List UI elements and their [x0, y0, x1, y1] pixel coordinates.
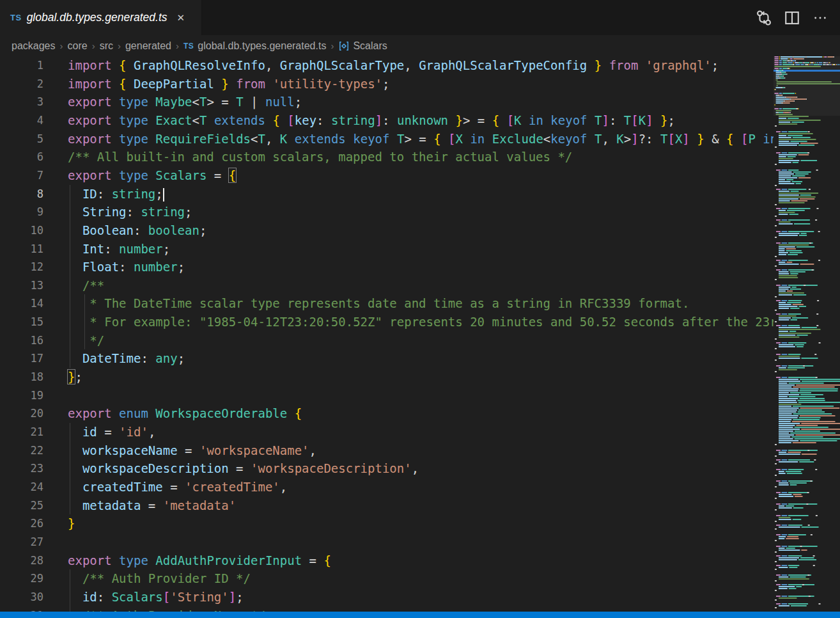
tab-bar: TS global.db.types.generated.ts ✕: [0, 0, 840, 35]
line-number-19[interactable]: 19: [0, 386, 43, 405]
line-number-5[interactable]: 5: [0, 130, 43, 148]
breadcrumb-symbol-label: Scalars: [353, 40, 387, 52]
code-line-12[interactable]: 12 Float: number;: [0, 258, 774, 276]
line-number-16[interactable]: 16: [0, 331, 43, 350]
code-line-30[interactable]: 30 id: Scalars['String'];: [0, 588, 774, 606]
code-line-25[interactable]: 25 metadata = 'metadata': [0, 496, 774, 515]
code-text: * For example: "1985-04-12T23:20:50.52Z"…: [68, 313, 774, 331]
line-number-12[interactable]: 12: [0, 258, 43, 276]
line-number-26[interactable]: 26: [0, 514, 43, 533]
editor-actions: [754, 0, 840, 35]
code-text: */: [68, 331, 104, 350]
tab-global-db-types-generated[interactable]: TS global.db.types.generated.ts ✕: [0, 0, 202, 35]
code-text: export type RequireFields<T, K extends k…: [68, 130, 774, 148]
breadcrumb-separator: ›: [176, 40, 179, 51]
code-line-22[interactable]: 22 workspaceName = 'workspaceName',: [0, 441, 774, 460]
code-line-8[interactable]: 8 ID: string;: [0, 185, 774, 203]
more-actions-icon[interactable]: [811, 8, 830, 28]
line-number-24[interactable]: 24: [0, 478, 43, 496]
code-line-29[interactable]: 29 /** Auth Provider ID */: [0, 569, 774, 588]
vscode-window: TS global.db.types.generated.ts ✕: [0, 0, 840, 618]
line-number-30[interactable]: 30: [0, 588, 43, 606]
line-number-9[interactable]: 9: [0, 203, 43, 221]
split-editor-icon[interactable]: [782, 8, 802, 28]
breadcrumb-item-packages[interactable]: packages: [12, 40, 56, 51]
code-line-28[interactable]: 28export type AddAuthProviderInput = {: [0, 551, 774, 570]
line-number-20[interactable]: 20: [0, 404, 43, 423]
code-line-26[interactable]: 26}: [0, 514, 774, 533]
line-number-28[interactable]: 28: [0, 551, 43, 570]
line-number-21[interactable]: 21: [0, 423, 43, 441]
line-number-17[interactable]: 17: [0, 349, 43, 368]
close-icon[interactable]: ✕: [175, 11, 187, 24]
line-number-7[interactable]: 7: [0, 166, 43, 185]
code-line-18[interactable]: 18};: [0, 368, 774, 386]
line-number-4[interactable]: 4: [0, 111, 43, 130]
breadcrumb-file[interactable]: TS global.db.types.generated.ts: [183, 40, 326, 52]
status-bar[interactable]: [0, 612, 840, 618]
code-text: import { GraphQLResolveInfo, GraphQLScal…: [68, 56, 719, 75]
code-text: workspaceName = 'workspaceName',: [68, 441, 316, 460]
line-number-2[interactable]: 2: [0, 75, 43, 93]
breadcrumb-file-label: global.db.types.generated.ts: [198, 40, 326, 52]
code-text: /**: [68, 276, 104, 295]
line-number-29[interactable]: 29: [0, 569, 43, 588]
code-line-19[interactable]: 19: [0, 386, 774, 405]
line-number-23[interactable]: 23: [0, 459, 43, 478]
code-text: /** Auth Provider Name */: [68, 606, 265, 612]
line-number-27[interactable]: 27: [0, 533, 43, 551]
code-text: * The DateTime scalar type represents da…: [68, 294, 689, 313]
breadcrumb-item-src[interactable]: src: [100, 40, 113, 51]
breadcrumb: packages›core›src›generated› TS global.d…: [0, 35, 840, 56]
code-line-21[interactable]: 21 id = 'id',: [0, 423, 774, 441]
line-number-3[interactable]: 3: [0, 93, 43, 111]
compare-changes-icon[interactable]: [754, 8, 774, 28]
line-number-10[interactable]: 10: [0, 221, 43, 240]
line-number-14[interactable]: 14: [0, 294, 43, 313]
line-number-8[interactable]: 8: [0, 185, 43, 203]
breadcrumb-symbol-scalars[interactable]: Scalars: [338, 40, 387, 52]
code-line-5[interactable]: 5export type RequireFields<T, K extends …: [0, 130, 774, 148]
code-line-6[interactable]: 6/** All built-in and custom scalars, ma…: [0, 148, 774, 166]
line-number-22[interactable]: 22: [0, 441, 43, 460]
line-number-6[interactable]: 6: [0, 148, 43, 166]
code-line-13[interactable]: 13 /**: [0, 276, 774, 295]
line-number-18[interactable]: 18: [0, 368, 43, 386]
code-line-11[interactable]: 11 Int: number;: [0, 240, 774, 258]
code-line-27[interactable]: 27: [0, 533, 774, 551]
line-number-15[interactable]: 15: [0, 313, 43, 331]
line-number-31[interactable]: 31: [0, 606, 43, 612]
typescript-file-icon: TS: [183, 42, 194, 51]
breadcrumb-item-core[interactable]: core: [68, 40, 88, 51]
code-line-4[interactable]: 4export type Exact<T extends { [key: str…: [0, 111, 774, 130]
breadcrumb-separator: ›: [60, 40, 63, 51]
code-line-17[interactable]: 17 DateTime: any;: [0, 349, 774, 368]
code-line-23[interactable]: 23 workspaceDescription = 'workspaceDesc…: [0, 459, 774, 478]
line-number-11[interactable]: 11: [0, 240, 43, 258]
code-line-20[interactable]: 20export enum WorkspaceOrderable {: [0, 404, 774, 423]
code-text: /** All built-in and custom scalars, map…: [68, 148, 572, 166]
code-line-3[interactable]: 3export type Maybe<T> = T | null;: [0, 93, 774, 111]
line-number-13[interactable]: 13: [0, 276, 43, 295]
code-text: id = 'id',: [68, 423, 155, 441]
code-line-24[interactable]: 24 createdTime = 'createdTime',: [0, 478, 774, 496]
code-text: export type AddAuthProviderInput = {: [68, 551, 331, 570]
code-text: }: [68, 514, 75, 533]
code-line-31[interactable]: 31 /** Auth Provider Name */: [0, 606, 774, 612]
code-text: export type Exact<T extends { [key: stri…: [68, 111, 675, 130]
code-line-16[interactable]: 16 */: [0, 331, 774, 350]
minimap[interactable]: [774, 56, 840, 612]
typescript-file-icon: TS: [10, 13, 22, 22]
code-line-10[interactable]: 10 Boolean: boolean;: [0, 221, 774, 240]
code-line-1[interactable]: 1import { GraphQLResolveInfo, GraphQLSca…: [0, 56, 774, 75]
code-line-15[interactable]: 15 * For example: "1985-04-12T23:20:50.5…: [0, 313, 774, 331]
line-number-1[interactable]: 1: [0, 56, 43, 75]
breadcrumb-separator: ›: [331, 40, 334, 51]
code-line-9[interactable]: 9 String: string;: [0, 203, 774, 221]
breadcrumb-item-generated[interactable]: generated: [125, 40, 171, 51]
code-line-2[interactable]: 2import { DeepPartial } from 'utility-ty…: [0, 75, 774, 93]
code-editor[interactable]: 1import { GraphQLResolveInfo, GraphQLSca…: [0, 56, 774, 612]
line-number-25[interactable]: 25: [0, 496, 43, 515]
code-line-14[interactable]: 14 * The DateTime scalar type represents…: [0, 294, 774, 313]
code-line-7[interactable]: 7export type Scalars = {: [0, 166, 774, 185]
